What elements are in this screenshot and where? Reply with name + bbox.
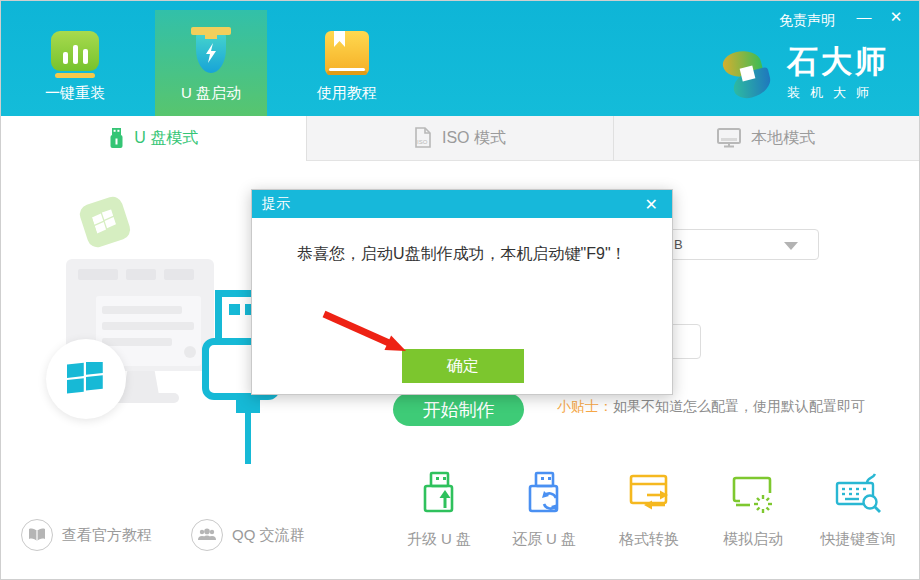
brand-logo-icon	[719, 45, 777, 103]
tool-label: 升级 U 盘	[384, 530, 494, 549]
minimize-button[interactable]: —	[853, 8, 875, 25]
tool-simulate-boot[interactable]: 模拟启动	[698, 471, 808, 549]
usb-restore-icon	[523, 471, 565, 517]
usb-drive-illustration-cable	[245, 413, 251, 464]
usb-upgrade-icon	[418, 471, 460, 517]
nav-item-onekey-reinstall[interactable]: 一键重装	[19, 1, 131, 115]
brand-subtitle: 装机大师	[787, 84, 889, 102]
tool-label: 模拟启动	[698, 530, 808, 549]
iso-file-icon: ISO	[414, 127, 432, 149]
group-people-icon	[191, 519, 223, 551]
tab-label: ISO 模式	[442, 128, 506, 149]
open-book-icon	[21, 519, 53, 551]
tab-label: U 盘模式	[134, 128, 198, 149]
start-make-button[interactable]: 开始制作	[393, 393, 524, 426]
simulate-boot-icon	[730, 471, 776, 517]
tab-label: 本地模式	[751, 128, 815, 149]
disclaimer-link[interactable]: 免责声明	[779, 12, 835, 30]
hotkey-query-icon	[834, 471, 882, 517]
qq-group-link[interactable]: QQ 交流群	[191, 519, 305, 551]
tip-label: 小贴士：	[557, 398, 613, 414]
app-window: 一键重装 U 盘启动 使	[0, 0, 920, 580]
windows-logo-badge	[46, 339, 126, 419]
tab-usb-mode[interactable]: U 盘模式	[1, 116, 306, 161]
tool-label: 格式转换	[594, 530, 704, 549]
brand-logo: 石大师 装机大师	[719, 45, 889, 103]
mode-tab-bar: U 盘模式 ISO ISO 模式 本地模式	[1, 116, 919, 161]
nav-item-tutorial[interactable]: 使用教程	[291, 1, 403, 115]
dialog-message: 恭喜您，启动U盘制作成功，本机启动键"F9"！	[297, 244, 627, 265]
tip-text: 如果不知道怎么配置，使用默认配置即可	[613, 398, 865, 414]
tool-hotkey-query[interactable]: 快捷键查询	[803, 471, 913, 549]
usb-drive-icon	[109, 128, 124, 149]
tool-label: 快捷键查询	[803, 530, 913, 549]
tool-restore-usb[interactable]: 还原 U 盘	[489, 471, 599, 549]
nav-item-usb-boot[interactable]: U 盘启动	[155, 1, 267, 115]
nav-label: 一键重装	[19, 84, 131, 103]
tab-local-mode[interactable]: 本地模式	[613, 116, 919, 161]
usb-device-select-value: B	[674, 237, 683, 252]
chevron-down-icon	[784, 242, 798, 250]
official-tutorial-link[interactable]: 查看官方教程	[21, 519, 152, 551]
dialog-titlebar: 提示 ✕	[252, 190, 672, 218]
ok-button[interactable]: 确定	[402, 349, 524, 383]
tool-label: 还原 U 盘	[489, 530, 599, 549]
format-convert-icon	[626, 471, 672, 517]
bar-chart-icon	[19, 31, 131, 78]
book-icon	[291, 31, 403, 75]
nav-label: U 盘启动	[155, 84, 267, 103]
usb-drive-illustration-plug	[236, 398, 260, 413]
shield-bolt-icon	[155, 27, 267, 75]
svg-text:ISO: ISO	[417, 139, 428, 145]
footer-link-label: QQ 交流群	[232, 526, 305, 545]
tool-upgrade-usb[interactable]: 升级 U 盘	[384, 471, 494, 549]
brand-name: 石大师	[787, 46, 889, 77]
monitor-stand	[123, 371, 159, 395]
success-dialog: 提示 ✕ 恭喜您，启动U盘制作成功，本机启动键"F9"！ 确定	[251, 189, 673, 395]
footer-link-label: 查看官方教程	[62, 526, 152, 545]
nav-label: 使用教程	[291, 84, 403, 103]
tool-format-convert[interactable]: 格式转换	[594, 471, 704, 549]
tab-iso-mode[interactable]: ISO ISO 模式	[306, 116, 612, 161]
app-header: 一键重装 U 盘启动 使	[1, 1, 919, 116]
dialog-close-icon[interactable]: ✕	[641, 195, 662, 214]
dialog-title: 提示	[262, 195, 290, 213]
windows-tile-icon	[77, 194, 132, 249]
tip-row: 小贴士：如果不知道怎么配置，使用默认配置即可	[557, 398, 865, 416]
close-button[interactable]: ✕	[885, 8, 907, 26]
monitor-icon	[717, 128, 741, 148]
